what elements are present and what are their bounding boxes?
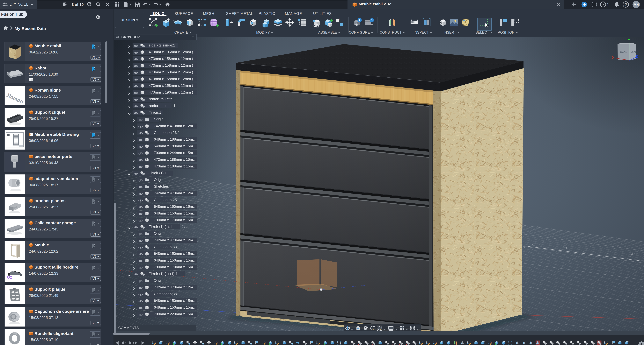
svg-text:Y: Y [628, 38, 630, 42]
svg-text:375: 375 [598, 248, 602, 253]
svg-text:MN: MN [634, 3, 639, 6]
svg-text:?: ? [625, 2, 627, 7]
svg-text:1: 1 [607, 2, 609, 7]
svg-text:X: X [612, 55, 614, 60]
svg-text:LEFT: LEFT [630, 51, 636, 53]
svg-text:Z: Z [636, 54, 638, 58]
svg-text:BACK: BACK [620, 51, 628, 54]
